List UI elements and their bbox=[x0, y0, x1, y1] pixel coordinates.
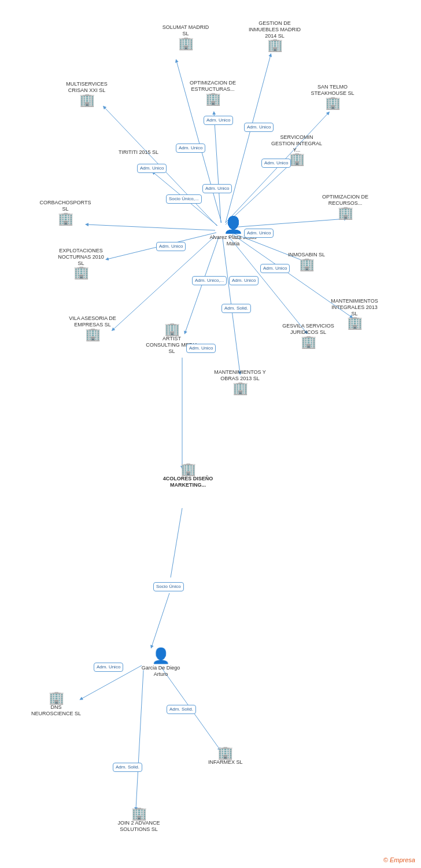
badge-socio-unico-1: Socio Único,... bbox=[166, 194, 202, 204]
badge-adm-unico-2: Adm. Unico bbox=[176, 144, 205, 153]
dns-label: DNS NEUROSCIENCE SL bbox=[30, 704, 82, 717]
gestion-inmuebles-node: GESTION DE INMUEBLES MADRID 2014 SL 🏢 bbox=[249, 20, 301, 52]
mantenimientos-obras-node: MANTENIMIENTOS Y OBRAS 2013 SL 🏢 bbox=[214, 369, 266, 395]
svg-line-3 bbox=[214, 113, 221, 223]
servicomin-label: SERVICOMIN GESTION INTEGRAL Y... bbox=[271, 134, 323, 153]
solumat-node: SOLUMAT MADRID SL 🏢 bbox=[160, 24, 212, 50]
badge-adm-unico-11: Adm. Unico bbox=[229, 276, 258, 285]
artist-building-icon: 🏢 bbox=[164, 323, 180, 336]
4colores-label: 4COLORES DISEÑO MARKETING... bbox=[162, 476, 214, 488]
solumat-label: SOLUMAT MADRID SL bbox=[160, 24, 212, 37]
badge-adm-unico-3: Adm. Unico bbox=[204, 116, 233, 125]
connection-lines bbox=[0, 0, 421, 868]
badge-adm-unico-garcia: Adm. Unico bbox=[94, 663, 123, 672]
opt-rec-building-icon: 🏢 bbox=[338, 207, 353, 219]
garcia-node: 👤 Garcia De Diego Arturo bbox=[135, 647, 187, 678]
gestion-inmuebles-label: GESTION DE INMUEBLES MADRID 2014 SL bbox=[249, 20, 301, 39]
tirititi-label: TIRITITI 2015 SL bbox=[119, 149, 158, 156]
join2-building-icon: 🏢 bbox=[131, 807, 147, 820]
watermark: © Empresa bbox=[383, 856, 415, 863]
vila-building-icon: 🏢 bbox=[85, 328, 101, 341]
person-icon: 👤 bbox=[223, 215, 243, 234]
badge-adm-unico-inmosabin2: Adm. Unico bbox=[260, 264, 290, 273]
optimizacion-estructuras-node: OPTIMIZACION DE ESTRUCTURAS... 🏢 bbox=[187, 80, 239, 105]
optimizacion-recursos-node: OPTIMIZACION DE RECURSOS... 🏢 bbox=[319, 194, 371, 219]
4colores-building-icon: 🏢 bbox=[180, 463, 196, 476]
gesvila-node: GESVILA SERVICIOS JURIDICOS SL 🏢 bbox=[282, 323, 334, 348]
badge-adm-unico-6: Adm. Unico bbox=[202, 184, 232, 193]
badge-adm-solid-garcia1: Adm. Solid. bbox=[167, 705, 196, 714]
opt-est-building-icon: 🏢 bbox=[205, 93, 221, 105]
svg-line-18 bbox=[152, 593, 169, 647]
san-telmo-label: SAN TELMO STEAKHOUSE SL bbox=[306, 84, 359, 97]
explotaciones-label: EXPLOTACIONES NOCTURNAS 2010 SL bbox=[55, 248, 107, 266]
mant-obras-building-icon: 🏢 bbox=[232, 382, 248, 395]
badge-adm-unico-explot: Adm. Unico bbox=[156, 242, 186, 251]
dns-building-icon: 🏢 bbox=[49, 692, 64, 704]
multiservices-label: MULTISERVICES CRISAN XXI SL bbox=[61, 81, 113, 94]
dns-node: 🏢 DNS NEUROSCIENCE SL bbox=[30, 692, 82, 717]
multiservices-node: MULTISERVICES CRISAN XXI SL 🏢 bbox=[61, 81, 113, 106]
svg-line-4 bbox=[226, 113, 328, 223]
mantenimientos-integrales-node: MANTENIMIENTOS INTEGRALES 2013 SL 🏢 bbox=[328, 298, 381, 329]
inmosabin-node: INMOSABIN SL 🏢 bbox=[288, 252, 325, 271]
svg-line-7 bbox=[87, 225, 215, 230]
join2-label: JOIN 2 ADVANCE SOLUTIONS SL bbox=[113, 820, 165, 833]
badge-socio-unico-4colores: Socio Único bbox=[153, 582, 184, 591]
explotaciones-node: EXPLOTACIONES NOCTURNAS 2010 SL 🏢 bbox=[55, 248, 107, 279]
solumat-building-icon: 🏢 bbox=[178, 37, 194, 50]
tirititi-node: TIRITITI 2015 SL bbox=[119, 149, 158, 156]
explotaciones-building-icon: 🏢 bbox=[73, 266, 89, 279]
vila-label: VILA ASESORIA DE EMPRESAS SL bbox=[67, 315, 119, 328]
badge-adm-unico-5: Adm. Unico bbox=[261, 159, 291, 168]
infarmex-building-icon: 🏢 bbox=[217, 746, 233, 759]
join2-node: 🏢 JOIN 2 ADVANCE SOLUTIONS SL bbox=[113, 807, 165, 833]
infarmex-node: 🏢 INFARMEX SL bbox=[208, 746, 243, 766]
4colores-node: 🏢 4COLORES DISEÑO MARKETING... bbox=[162, 463, 214, 488]
optimizacion-recursos-label: OPTIMIZACION DE RECURSOS... bbox=[319, 194, 371, 207]
badge-adm-unico-4: Adm. Unico bbox=[244, 123, 274, 132]
badge-adm-unico-inmosabin1: Adm. Unico bbox=[244, 229, 274, 238]
corbachosports-node: CORBACHOSPORTS SL 🏢 bbox=[39, 200, 91, 225]
svg-line-17 bbox=[171, 508, 182, 578]
svg-line-21 bbox=[136, 670, 143, 809]
corbachosports-label: CORBACHOSPORTS SL bbox=[39, 200, 91, 212]
garcia-label: Garcia De Diego Arturo bbox=[135, 665, 187, 678]
multiservices-building-icon: 🏢 bbox=[79, 94, 95, 106]
corbachosports-building-icon: 🏢 bbox=[58, 212, 73, 225]
badge-adm-solid-garcia2: Adm. Solid. bbox=[113, 763, 142, 772]
mantenimientos-integrales-label: MANTENIMIENTOS INTEGRALES 2013 SL bbox=[328, 298, 381, 317]
san-telmo-building-icon: 🏢 bbox=[325, 97, 341, 109]
infarmex-label: INFARMEX SL bbox=[208, 759, 243, 766]
gesvila-building-icon: 🏢 bbox=[301, 336, 316, 348]
inmosabin-building-icon: 🏢 bbox=[299, 258, 315, 271]
badge-adm-unico-artist: Adm. Unico bbox=[186, 344, 216, 353]
optimizacion-estructuras-label: OPTIMIZACION DE ESTRUCTURAS... bbox=[187, 80, 239, 93]
gestion-building-icon: 🏢 bbox=[267, 39, 283, 52]
mant-int-building-icon: 🏢 bbox=[347, 317, 363, 329]
badge-adm-unico-tirititi: Adm. Unico bbox=[137, 164, 167, 173]
org-chart-diagram: 👤 Alvarez Plaza Jesus Maria SOLUMAT MADR… bbox=[0, 0, 421, 868]
gesvila-label: GESVILA SERVICIOS JURIDICOS SL bbox=[282, 323, 334, 336]
vila-node: VILA ASESORIA DE EMPRESAS SL 🏢 bbox=[67, 315, 119, 341]
garcia-person-icon: 👤 bbox=[152, 647, 170, 665]
servicomin-building-icon: 🏢 bbox=[289, 153, 305, 165]
mantenimientos-obras-label: MANTENIMIENTOS Y OBRAS 2013 SL bbox=[214, 369, 266, 382]
badge-adm-solid: Adm. Solid. bbox=[221, 304, 251, 313]
badge-adm-unico-10: Adm. Unico,... bbox=[192, 276, 227, 285]
san-telmo-node: SAN TELMO STEAKHOUSE SL 🏢 bbox=[306, 84, 359, 109]
watermark-text: Empresa bbox=[390, 856, 415, 863]
